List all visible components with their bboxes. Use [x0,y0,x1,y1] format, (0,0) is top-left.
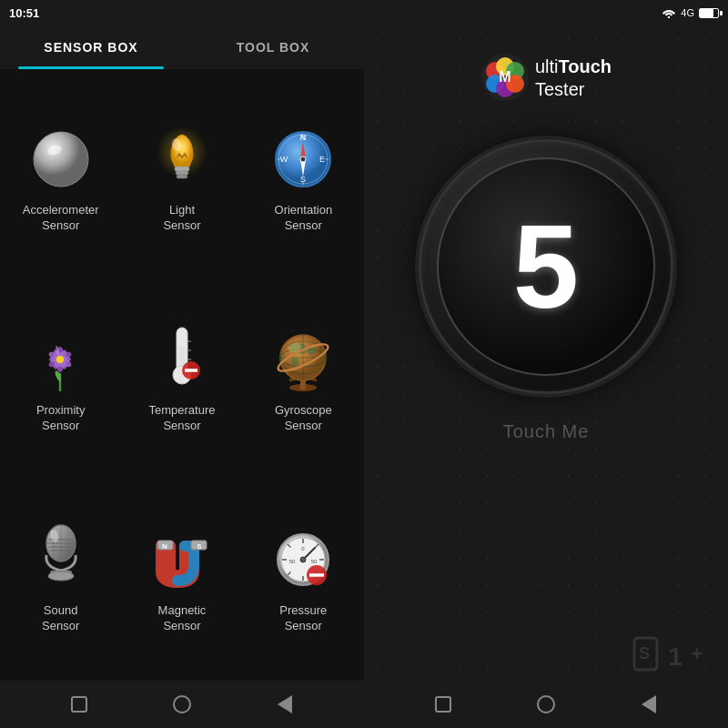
wifi-icon [662,7,676,18]
gyroscope-label: Gyroscope Sensor [275,403,332,434]
proximity-icon [25,323,97,396]
nav-bar [0,681,728,728]
accelerometer-icon [25,123,97,196]
svg-point-16 [300,157,306,162]
sensor-item-light[interactable]: Light Sensor [121,78,242,278]
left-panel: SENSOR BOX TOOL BOX [0,25,364,699]
back-icon-right [642,695,656,713]
signal-strength: 4G [681,7,694,18]
sensor-item-accelerometer[interactable]: Accelerometer Sensor [0,78,121,278]
sound-label: Sound Sensor [42,603,79,634]
logo-text: ultiTouch Tester [535,56,612,101]
svg-text:E: E [319,155,325,164]
tab-tool-box[interactable]: TOOL BOX [182,25,364,69]
sensor-item-proximity[interactable]: Proximity Sensor [0,278,121,479]
right-panel: M ultiTouch Tester 5 Touch Me S [364,25,728,699]
temperature-label: Temperature Sensor [149,403,216,434]
pressure-label: Pressure Sensor [279,603,327,634]
svg-rect-4 [175,167,189,171]
orientation-icon: N E S W [267,123,339,196]
nav-recent-button-right[interactable] [430,692,456,717]
temperature-icon [146,323,218,396]
nav-home-button-right[interactable] [533,692,559,717]
svg-text:S: S [197,542,202,551]
svg-text:50: 50 [289,559,296,564]
svg-text:+: + [692,642,705,665]
magnetic-icon: N S [146,523,218,596]
back-icon [278,695,292,713]
svg-text:S: S [639,644,652,662]
light-label: Light Sensor [163,203,200,234]
touch-circle-inner: 5 [437,157,655,376]
square-icon [71,696,87,713]
light-icon [146,123,218,196]
touch-count: 5 [513,207,579,326]
svg-point-56 [48,571,74,581]
svg-point-76 [300,557,306,562]
battery-icon [699,8,719,18]
svg-text:1: 1 [668,642,684,671]
app-logo: M ultiTouch Tester [480,53,612,103]
svg-text:50: 50 [311,559,318,564]
sensor-grid: Accelerometer Sensor [0,69,364,699]
circle-icon-right [537,695,555,713]
sensor-item-sound[interactable]: Sound Sensor [0,479,121,679]
status-bar: 10:51 4G [0,0,728,25]
status-time: 10:51 [9,6,39,20]
main-container: SENSOR BOX TOOL BOX [0,25,728,728]
status-icons: 4G [662,7,719,18]
accelerometer-label: Accelerometer Sensor [23,203,99,234]
svg-text:M: M [499,69,511,85]
svg-point-1 [34,132,88,187]
square-icon-right [435,696,451,713]
right-content: M ultiTouch Tester 5 Touch Me [364,25,728,442]
svg-text:W: W [280,155,288,164]
magnetic-label: Magnetic Sensor [158,603,207,634]
right-nav [364,681,728,728]
svg-rect-5 [176,171,188,175]
pressure-icon: 0 50 50 [267,523,339,596]
svg-point-0 [668,16,670,18]
sound-icon [25,523,97,596]
nav-home-button[interactable] [169,692,195,717]
gyroscope-icon [267,323,339,396]
touch-me-label: Touch Me [503,421,590,442]
nav-back-button[interactable] [272,692,298,717]
nav-back-button-right[interactable] [636,692,662,717]
touch-circle[interactable]: 5 [419,139,673,394]
tab-sensor-box[interactable]: SENSOR BOX [0,25,182,69]
circle-icon [173,695,191,713]
proximity-label: Proximity Sensor [36,403,85,434]
left-nav [0,681,364,728]
tab-bar: SENSOR BOX TOOL BOX [0,25,364,69]
sensor-item-gyroscope[interactable]: Gyroscope Sensor [243,278,364,479]
sensor-item-temperature[interactable]: Temperature Sensor [121,278,242,479]
sensor-item-magnetic[interactable]: N S Magnetic Sensor [121,479,242,679]
svg-point-28 [56,356,64,363]
nav-recent-button[interactable] [66,692,92,717]
watermark-logo: S 1 + [632,633,714,674]
sensor-item-orientation[interactable]: N E S W [243,78,364,278]
watermark: S 1 + [632,633,714,681]
orientation-label: Orientation Sensor [275,203,333,234]
sensor-item-pressure[interactable]: 0 50 50 Pressure Sensor [243,479,364,679]
svg-text:N: N [162,542,167,551]
svg-rect-6 [177,175,187,178]
logo-icon: M [480,53,531,103]
